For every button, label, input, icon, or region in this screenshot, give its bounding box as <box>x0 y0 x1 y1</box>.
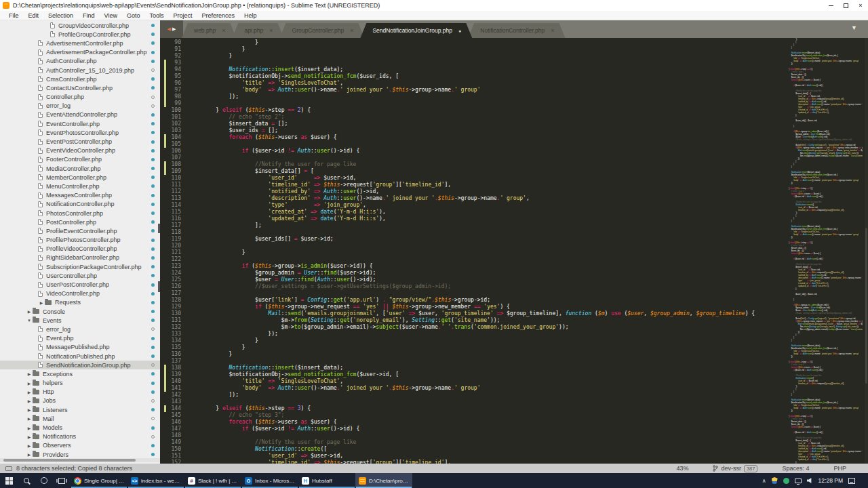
sidebar-item-MessagesController.php[interactable]: MessagesController.php <box>0 191 160 200</box>
sidebar-item-ProfilePhotosController.php[interactable]: ProfilePhotosController.php <box>0 236 160 245</box>
sidebar-item-Requests[interactable]: ▶Requests <box>0 298 160 307</box>
taskbar-app-sublime[interactable]: D:\Chetan\projects\r... <box>355 473 412 488</box>
sidebar-item-SubscriptionPackageController.php[interactable]: SubscriptionPackageController.php <box>0 262 160 271</box>
menu-view[interactable]: View <box>100 11 122 20</box>
search-button[interactable] <box>18 473 35 488</box>
sidebar-item-ProfileGroupController.php[interactable]: ProfileGroupController.php <box>0 30 160 39</box>
taskbar-app-chrome[interactable]: Single Group| Single ... <box>71 473 127 488</box>
sidebar-item-FooterController.php[interactable]: FooterController.php <box>0 155 160 164</box>
git-branch-status[interactable]: dev-ssr 387 <box>701 465 770 472</box>
sidebar-item-AuthController_15_10_2019.php[interactable]: AuthController_15_10_2019.php <box>0 66 160 75</box>
taskbar-clock[interactable]: 12:28 PM <box>818 477 843 484</box>
menu-file[interactable]: File <box>4 11 24 20</box>
status-indent[interactable]: Spaces: 4 <box>770 465 821 472</box>
tab-nav-arrows[interactable]: ◀ ▶ <box>160 20 183 38</box>
menu-selection[interactable]: Selection <box>43 11 78 20</box>
tab-SendNotificationJoinGroup.php[interactable]: SendNotificationJoinGroup.php● <box>360 23 472 38</box>
minimap[interactable]: '); } } } Notification::insert($insert_d… <box>787 38 863 464</box>
menu-edit[interactable]: Edit <box>24 11 44 20</box>
cortana-button[interactable] <box>35 473 53 488</box>
sidebar-horizontal-scrollbar[interactable] <box>0 458 160 462</box>
sidebar-item-Events[interactable]: ▼Events <box>0 316 160 325</box>
sidebar-item-ProfileVideoController.php[interactable]: ProfileVideoController.php <box>0 245 160 253</box>
sidebar-item-error_log[interactable]: error_log <box>0 102 160 110</box>
tray-chevron-icon[interactable]: ∧ <box>762 478 766 484</box>
sidebar-item-Exceptions[interactable]: ▶Exceptions <box>0 369 160 378</box>
sidebar-item-AdvertisementController.php[interactable]: AdvertisementController.php <box>0 39 160 47</box>
sidebar-item-RightSidebarController.php[interactable]: RightSidebarController.php <box>0 253 160 262</box>
code-area[interactable]: '); } } } Notification::insert($insert_d… <box>203 38 780 464</box>
sidebar-item-AdvertisementPackageController.php[interactable]: AdvertisementPackageController.php <box>0 48 160 57</box>
sidebar-item-CmsController.php[interactable]: CmsController.php <box>0 75 160 83</box>
tab-close-icon[interactable]: × <box>350 27 353 34</box>
sidebar-item-SendNotificationJoinGroup.php[interactable]: SendNotificationJoinGroup.php <box>0 361 160 369</box>
maximize-button[interactable] <box>838 0 853 11</box>
menu-preferences[interactable]: Preferences <box>197 11 239 20</box>
sidebar-item-Console[interactable]: ▶Console <box>0 307 160 316</box>
sidebar-item-Mail[interactable]: ▶Mail <box>0 414 160 423</box>
sidebar-item-ProfileEventController.php[interactable]: ProfileEventController.php <box>0 226 160 235</box>
security-shield-icon[interactable] <box>772 477 778 484</box>
tab-close-icon[interactable]: × <box>222 27 225 34</box>
sidebar-item-AuthController.php[interactable]: AuthController.php <box>0 57 160 66</box>
tab-NotificationController.php[interactable]: NotificationController.php× <box>468 23 565 38</box>
taskbar-app-outlook[interactable]: OInbox - Microsoft Out... <box>241 473 298 488</box>
sidebar-item-Http[interactable]: ▶Http <box>0 388 160 396</box>
speaker-icon[interactable] <box>807 478 813 483</box>
sidebar-item-UserPostController.php[interactable]: UserPostController.php <box>0 280 160 289</box>
status-zoom[interactable]: 43% <box>664 465 701 472</box>
sidebar-item-NotificationPublished.php[interactable]: NotificationPublished.php <box>0 352 160 361</box>
menu-tools[interactable]: Tools <box>144 11 168 20</box>
sidebar-item-EventPhotosController.php[interactable]: EventPhotosController.php <box>0 128 160 137</box>
menu-find[interactable]: Find <box>78 11 100 20</box>
taskbar-app-slack[interactable]: #Slack | ! wfh | Techtic ... <box>184 473 241 488</box>
hubstaff-tray-icon[interactable] <box>783 478 789 484</box>
sidebar-item-Jobs[interactable]: ▶Jobs <box>0 396 160 405</box>
tab-api.php[interactable]: api.php× <box>232 23 283 38</box>
close-button[interactable]: × <box>853 0 868 11</box>
sidebar-item-GroupVideoController.php[interactable]: GroupVideoController.php <box>0 21 160 30</box>
sidebar-item-Observers[interactable]: ▶Observers <box>0 441 160 450</box>
nav-back-icon[interactable]: ◀ <box>167 26 171 32</box>
sidebar-item-EventController.php[interactable]: EventController.php <box>0 119 160 128</box>
sidebar-item-error_log[interactable]: error_log <box>0 325 160 333</box>
sidebar-item-EventAttendController.php[interactable]: EventAttendController.php <box>0 110 160 119</box>
sidebar-item-Listeners[interactable]: ▶Listeners <box>0 405 160 414</box>
menu-help[interactable]: Help <box>239 11 262 20</box>
nav-forward-icon[interactable]: ▶ <box>172 26 176 32</box>
task-view-button[interactable] <box>53 473 71 488</box>
sidebar-item-MemberController.php[interactable]: MemberController.php <box>0 173 160 182</box>
sidebar-item-PostController.php[interactable]: PostController.php <box>0 218 160 226</box>
action-center-icon[interactable] <box>848 478 855 484</box>
tab-GroupController.php[interactable]: GroupController.php× <box>280 23 365 38</box>
sidebar-item-Controller.php[interactable]: Controller.php <box>0 93 160 102</box>
sidebar-item-MessagePublished.php[interactable]: MessagePublished.php <box>0 343 160 352</box>
sidebar-item-PhotosController.php[interactable]: PhotosController.php <box>0 209 160 218</box>
sidebar-item-NotificationController.php[interactable]: NotificationController.php <box>0 200 160 209</box>
sidebar-item-EventPostController.php[interactable]: EventPostController.php <box>0 137 160 146</box>
start-button[interactable] <box>0 473 18 488</box>
taskbar-app-vscode[interactable]: <>index.tsx - web-client... <box>127 473 184 488</box>
sidebar-item-Models[interactable]: ▶Models <box>0 423 160 432</box>
sidebar-item-Event.php[interactable]: Event.php <box>0 334 160 343</box>
editor-vertical-scrollbar[interactable] <box>865 38 868 464</box>
network-icon[interactable] <box>795 479 802 483</box>
sidebar-item-ContactUsController.php[interactable]: ContactUsController.php <box>0 83 160 92</box>
menu-goto[interactable]: Goto <box>122 11 145 20</box>
editor[interactable]: 8990919293949596979899100101102103104105… <box>160 38 868 464</box>
tab-close-icon[interactable]: × <box>551 27 554 34</box>
minimize-button[interactable] <box>823 0 838 11</box>
taskbar-app-hubstaff[interactable]: HHubstaff <box>298 473 355 488</box>
sidebar-item-EventVideoController.php[interactable]: EventVideoController.php <box>0 146 160 155</box>
tab-web.php[interactable]: web.php× <box>182 23 236 38</box>
tab-close-icon[interactable]: × <box>269 27 273 34</box>
menu-project[interactable]: Project <box>168 11 197 20</box>
sidebar-item-VideoController.php[interactable]: VideoController.php <box>0 289 160 298</box>
sidebar-item-Notifications[interactable]: ▶Notifications <box>0 432 160 441</box>
tab-overflow-chevron-icon[interactable]: ▼ <box>851 24 857 31</box>
status-syntax[interactable]: PHP <box>821 465 859 472</box>
sidebar-item-UserController.php[interactable]: UserController.php <box>0 271 160 280</box>
sidebar-item-helpers[interactable]: ▶helpers <box>0 379 160 388</box>
sidebar-item-MenuController.php[interactable]: MenuController.php <box>0 182 160 190</box>
sidebar-item-MediaController.php[interactable]: MediaController.php <box>0 164 160 173</box>
